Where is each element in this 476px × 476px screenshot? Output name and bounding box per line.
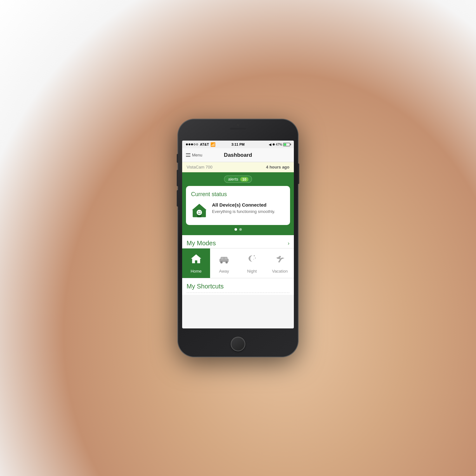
shortcuts-title: My Shortcuts [187,283,289,290]
shortcuts-section: My Shortcuts [182,278,294,295]
wifi-icon: 📶 [210,142,215,147]
battery-percent: 47% [276,143,282,146]
dot-2[interactable] [239,228,242,231]
volume-down-button [177,190,178,207]
home-mode-icon [190,253,202,267]
alert-banner[interactable]: VistaCam 700 4 hours ago [182,162,294,172]
away-mode-label: Away [219,269,229,274]
svg-point-15 [254,259,254,260]
page-title: Dashboard [224,152,252,158]
card-text-wrap: All Device(s) Connected Everything is fu… [212,202,275,215]
signal-dot-4 [194,143,195,145]
battery-icon [283,143,290,146]
card-heading: All Device(s) Connected [212,202,275,208]
status-left: AT&T 📶 [186,142,215,147]
power-button [298,163,299,184]
away-mode-icon [218,253,230,267]
home-button[interactable] [231,337,245,351]
silent-switch [177,154,178,163]
status-bar: AT&T 📶 3:11 PM ◀ ✸ 47% [182,141,294,148]
home-mode-label: Home [191,269,202,274]
svg-rect-12 [225,257,227,259]
house-icon-wrap [191,202,208,220]
signal-dot-2 [188,143,190,145]
dot-1[interactable] [235,228,237,231]
modes-title: My Modes [187,240,216,247]
svg-point-3 [197,210,202,215]
hamburger-icon [186,153,190,157]
bluetooth-icon: ✸ [272,143,275,146]
signal-dot-1 [186,143,188,145]
menu-button[interactable]: Menu [186,153,202,157]
alerts-count: 10 [240,177,248,182]
green-section: alerts 10 Current status [182,172,294,235]
carrier-name: AT&T [200,142,209,146]
status-right: ◀ ✸ 47% [269,143,290,146]
status-card: Current status [186,186,290,225]
phone-screen: AT&T 📶 3:11 PM ◀ ✸ 47% [182,141,294,328]
nav-bar: Menu Dashboard [182,148,294,162]
svg-point-9 [220,261,222,263]
svg-point-4 [198,211,199,212]
mode-vacation[interactable]: Vacation [266,248,294,278]
vacation-mode-icon [274,253,286,267]
svg-rect-11 [221,257,223,259]
alerts-label: alerts [228,177,238,182]
battery-fill [284,143,286,146]
signal-dot-5 [196,143,198,145]
signal-dot-3 [191,143,193,145]
alert-time: 4 hours ago [266,165,289,169]
scene: AT&T 📶 3:11 PM ◀ ✸ 47% [0,0,476,476]
modes-section: My Modes › Home [182,235,294,278]
mode-home[interactable]: Home [182,248,210,278]
svg-point-14 [255,258,256,259]
phone-top-area [230,124,246,129]
svg-marker-1 [192,204,207,210]
current-status-title: Current status [191,191,285,198]
mode-away[interactable]: Away [210,248,238,278]
carousel-dots [186,228,290,232]
card-body: All Device(s) Connected Everything is fu… [191,202,285,220]
vacation-mode-label: Vacation [272,269,288,274]
location-icon: ◀ [269,143,271,146]
modes-grid: Home [182,248,294,278]
alerts-pill[interactable]: alerts 10 [224,175,252,183]
card-subtext: Everything is functioning smoothly. [212,209,275,215]
svg-point-5 [200,211,201,212]
hamburger-line-2 [186,155,190,155]
front-camera [237,124,239,126]
svg-point-10 [226,261,228,263]
modes-header: My Modes › [182,235,294,248]
night-mode-icon [246,253,258,267]
hamburger-line-3 [186,156,190,157]
house-status-icon [191,202,208,219]
menu-label: Menu [192,153,202,157]
status-time: 3:11 PM [231,142,245,146]
alert-device-name: VistaCam 700 [187,165,212,169]
svg-point-13 [254,255,255,256]
night-mode-label: Night [247,269,257,274]
modes-chevron-icon[interactable]: › [288,241,289,246]
volume-up-button [177,170,178,186]
shortcuts-divider [187,293,289,293]
hamburger-line-1 [186,153,190,154]
speaker-grille [230,128,246,129]
phone-device: AT&T 📶 3:11 PM ◀ ✸ 47% [178,119,298,357]
mode-night[interactable]: Night [238,248,266,278]
svg-marker-6 [191,255,201,263]
